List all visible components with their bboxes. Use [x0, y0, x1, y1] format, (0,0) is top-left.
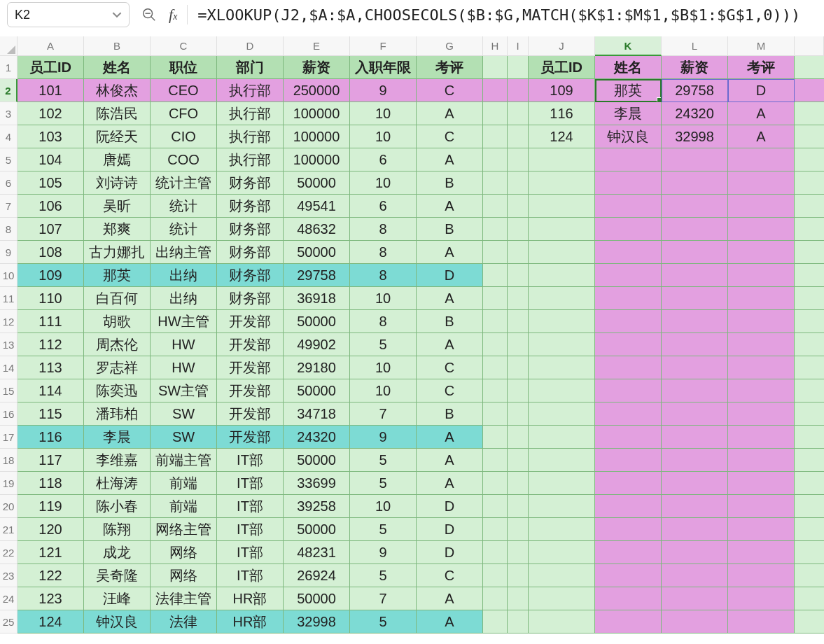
header-cell-A[interactable]: 员工ID [18, 56, 84, 79]
cell-G18[interactable]: A [417, 449, 483, 472]
cell-I13[interactable] [508, 333, 529, 356]
row-header[interactable]: 9 [0, 241, 18, 264]
cell-D18[interactable]: IT部 [217, 449, 284, 472]
cell-D6[interactable]: 财务部 [217, 172, 284, 195]
cell-J18[interactable] [529, 449, 595, 472]
col-header-A[interactable]: A [18, 36, 84, 56]
cell-A7[interactable]: 106 [18, 195, 84, 218]
cell-H9[interactable] [483, 241, 508, 264]
row-header[interactable]: 4 [0, 125, 18, 148]
cell-M12[interactable] [728, 310, 795, 333]
cell-H7[interactable] [483, 195, 508, 218]
cell-B24[interactable]: 汪峰 [84, 587, 151, 610]
cell-D2[interactable]: 执行部 [217, 79, 284, 102]
cell-K24[interactable] [595, 587, 662, 610]
cell-K4[interactable]: 钟汉良 [595, 125, 662, 148]
cell-I8[interactable] [508, 218, 529, 241]
cell-M7[interactable] [728, 195, 795, 218]
zoom-out-icon[interactable] [139, 5, 159, 24]
cell-D17[interactable]: 开发部 [217, 426, 284, 449]
cell-D23[interactable]: IT部 [217, 564, 284, 587]
cell-A23[interactable]: 122 [18, 564, 84, 587]
cell-L21[interactable] [662, 518, 728, 541]
cell-C6[interactable]: 统计主管 [151, 172, 217, 195]
cell-G3[interactable]: A [417, 102, 483, 125]
cell-C3[interactable]: CFO [151, 102, 217, 125]
cell-A24[interactable]: 123 [18, 587, 84, 610]
cell-J5[interactable] [529, 148, 595, 172]
cell-J10[interactable] [529, 264, 595, 287]
cell-D4[interactable]: 执行部 [217, 125, 284, 148]
cell-E18[interactable]: 50000 [284, 449, 350, 472]
cell-I25[interactable] [508, 610, 529, 634]
cell-D9[interactable]: 财务部 [217, 241, 284, 264]
cell-H20[interactable] [483, 495, 508, 518]
cell-H6[interactable] [483, 172, 508, 195]
cell-I21[interactable] [508, 518, 529, 541]
cell-C7[interactable]: 统计 [151, 195, 217, 218]
col-header-C[interactable]: C [151, 36, 217, 56]
cell-D19[interactable]: IT部 [217, 472, 284, 495]
cell-I19[interactable] [508, 472, 529, 495]
cell-L8[interactable] [662, 218, 728, 241]
cell-L11[interactable] [662, 287, 728, 310]
cell-J2[interactable]: 109 [529, 79, 595, 102]
cell-I5[interactable] [508, 148, 529, 172]
cell-C18[interactable]: 前端主管 [151, 449, 217, 472]
cell-J4[interactable]: 124 [529, 125, 595, 148]
cell-K18[interactable] [595, 449, 662, 472]
cell-A14[interactable]: 113 [18, 356, 84, 379]
cell-C17[interactable]: SW [151, 426, 217, 449]
cell-M9[interactable] [728, 241, 795, 264]
cell-K16[interactable] [595, 402, 662, 426]
row-header[interactable]: 18 [0, 449, 18, 472]
cell-B11[interactable]: 白百何 [84, 287, 151, 310]
cell-F5[interactable]: 6 [350, 148, 417, 172]
cell-L14[interactable] [662, 356, 728, 379]
cell-K2[interactable]: 那英 [595, 79, 662, 102]
cell-B12[interactable]: 胡歌 [84, 310, 151, 333]
col-header-F[interactable]: F [350, 36, 417, 56]
cell-L3[interactable]: 24320 [662, 102, 728, 125]
cell-A3[interactable]: 102 [18, 102, 84, 125]
cell-C11[interactable]: 出纳 [151, 287, 217, 310]
cell-B16[interactable]: 潘玮柏 [84, 402, 151, 426]
cell-B2[interactable]: 林俊杰 [84, 79, 151, 102]
cell-E22[interactable]: 48231 [284, 541, 350, 564]
row-header[interactable]: 2 [0, 79, 18, 102]
cell-B5[interactable]: 唐嫣 [84, 148, 151, 172]
cell-F18[interactable]: 5 [350, 449, 417, 472]
cell-H17[interactable] [483, 426, 508, 449]
cell-D12[interactable]: 开发部 [217, 310, 284, 333]
cell-H15[interactable] [483, 379, 508, 402]
cell-C24[interactable]: 法律主管 [151, 587, 217, 610]
cell-H21[interactable] [483, 518, 508, 541]
row-header[interactable]: 12 [0, 310, 18, 333]
cell-L19[interactable] [662, 472, 728, 495]
cell-H23[interactable] [483, 564, 508, 587]
cell-B13[interactable]: 周杰伦 [84, 333, 151, 356]
cell-A9[interactable]: 108 [18, 241, 84, 264]
cell-E2[interactable]: 250000 [284, 79, 350, 102]
cell-D25[interactable]: HR部 [217, 610, 284, 634]
cell-E7[interactable]: 49541 [284, 195, 350, 218]
cell-M8[interactable] [728, 218, 795, 241]
cell-C25[interactable]: 法律 [151, 610, 217, 634]
cell-J20[interactable] [529, 495, 595, 518]
col-header-M[interactable]: M [728, 36, 795, 56]
cell-H10[interactable] [483, 264, 508, 287]
cell-F7[interactable]: 6 [350, 195, 417, 218]
row-header[interactable]: 1 [0, 56, 18, 79]
cell-M21[interactable] [728, 518, 795, 541]
cell-M17[interactable] [728, 426, 795, 449]
row-header[interactable]: 3 [0, 102, 18, 125]
cell-I15[interactable] [508, 379, 529, 402]
cell-L12[interactable] [662, 310, 728, 333]
cell-E6[interactable]: 50000 [284, 172, 350, 195]
cell-G23[interactable]: C [417, 564, 483, 587]
cell-J24[interactable] [529, 587, 595, 610]
cell-M10[interactable] [728, 264, 795, 287]
cell-B19[interactable]: 杜海涛 [84, 472, 151, 495]
cell-M19[interactable] [728, 472, 795, 495]
cell-I11[interactable] [508, 287, 529, 310]
